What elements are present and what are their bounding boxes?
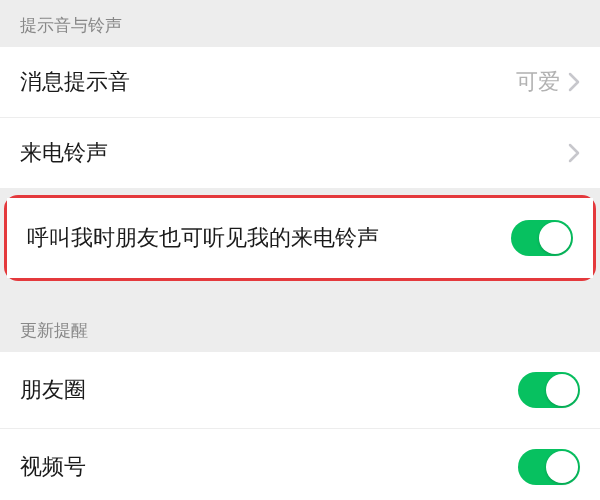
toggle-switch[interactable] <box>518 449 580 485</box>
row-label: 呼叫我时朋友也可听见我的来电铃声 <box>27 223 511 253</box>
row-message-sound[interactable]: 消息提示音 可爱 <box>0 47 600 118</box>
settings-list-sound: 消息提示音 可爱 来电铃声 <box>0 47 600 189</box>
section-header-sound: 提示音与铃声 <box>0 0 600 47</box>
row-label: 视频号 <box>20 452 518 482</box>
row-label: 来电铃声 <box>20 138 568 168</box>
toggle-switch[interactable] <box>511 220 573 256</box>
row-value: 可爱 <box>516 67 560 97</box>
row-ringtone[interactable]: 来电铃声 <box>0 118 600 189</box>
section-header-updates: 更新提醒 <box>0 305 600 352</box>
settings-list-updates: 朋友圈 视频号 <box>0 352 600 500</box>
row-label: 朋友圈 <box>20 375 518 405</box>
row-channels[interactable]: 视频号 <box>0 429 600 500</box>
row-label: 消息提示音 <box>20 67 516 97</box>
section-spacer <box>0 287 600 305</box>
chevron-right-icon <box>568 143 580 163</box>
toggle-switch[interactable] <box>518 372 580 408</box>
row-moments[interactable]: 朋友圈 <box>0 352 600 429</box>
row-friends-hear-ringtone[interactable]: 呼叫我时朋友也可听见我的来电铃声 <box>7 198 593 278</box>
highlighted-row-container: 呼叫我时朋友也可听见我的来电铃声 <box>4 195 596 281</box>
chevron-right-icon <box>568 72 580 92</box>
